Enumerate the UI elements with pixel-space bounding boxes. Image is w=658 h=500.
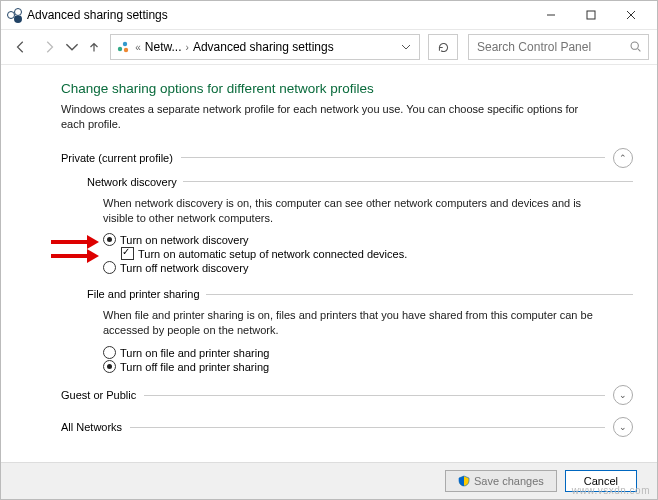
divider [181,157,605,158]
save-changes-button[interactable]: Save changes [445,470,557,492]
back-button[interactable] [9,35,33,59]
shield-icon [458,475,470,487]
checkbox-label: Turn on automatic setup of network conne… [138,248,407,260]
page-heading: Change sharing options for different net… [61,81,633,96]
window-buttons [531,2,651,28]
titlebar: Advanced sharing settings [1,1,657,30]
chevron-right-icon: « [133,42,143,53]
cancel-button[interactable]: Cancel [565,470,637,492]
radio-icon [103,346,116,359]
button-label: Save changes [474,475,544,487]
checkbox-auto-setup[interactable]: Turn on automatic setup of network conne… [121,247,633,260]
checkbox-icon [121,247,134,260]
section-title: All Networks [61,421,122,433]
page-intro: Windows creates a separate network profi… [61,102,601,132]
breadcrumb-item[interactable]: Advanced sharing settings [193,40,334,54]
subsection-title: Network discovery [87,176,177,188]
minimize-button[interactable] [531,2,571,28]
location-icon [115,39,131,55]
chevron-down-icon[interactable]: ⌄ [613,417,633,437]
chevron-right-icon: › [184,42,191,53]
chevron-down-icon[interactable]: ⌄ [613,385,633,405]
svg-line-8 [638,48,640,50]
radio-icon [103,261,116,274]
divider [206,294,633,295]
button-label: Cancel [584,475,618,487]
nav-bar: « Netw... › Advanced sharing settings [1,30,657,65]
svg-point-7 [631,42,638,49]
section-private: Private (current profile) ⌃ Network disc… [61,148,633,373]
radio-turn-off-discovery[interactable]: Turn off network discovery [103,261,633,274]
svg-point-6 [124,48,128,52]
radio-turn-off-fps[interactable]: Turn off file and printer sharing [103,360,633,373]
search-box[interactable] [468,34,649,60]
search-input[interactable] [475,39,629,55]
refresh-button[interactable] [428,34,458,60]
annotation-arrow-icon [49,233,99,247]
subsection-desc: When network discovery is on, this compu… [103,196,603,226]
radio-turn-on-discovery[interactable]: Turn on network discovery [103,233,633,246]
svg-marker-12 [87,249,99,263]
subsection-desc: When file and printer sharing is on, fil… [103,308,603,338]
subsection-title: File and printer sharing [87,288,200,300]
section-title: Guest or Public [61,389,136,401]
window-title: Advanced sharing settings [27,8,531,22]
radio-label: Turn off network discovery [120,262,248,274]
address-dropdown-button[interactable] [397,35,415,59]
breadcrumb-item[interactable]: Netw... [145,40,182,54]
radio-label: Turn off file and printer sharing [120,361,269,373]
search-icon[interactable] [629,40,642,55]
radio-label: Turn on file and printer sharing [120,347,269,359]
content-area: Change sharing options for different net… [1,65,657,462]
maximize-button[interactable] [571,2,611,28]
section-header[interactable]: Guest or Public ⌄ [61,385,633,405]
section-guest: Guest or Public ⌄ [61,385,633,405]
svg-point-4 [118,47,122,51]
subsection-file-printer-sharing: File and printer sharing When file and p… [87,288,633,373]
chevron-up-icon[interactable]: ⌃ [613,148,633,168]
up-button[interactable] [83,35,107,59]
radio-turn-on-fps[interactable]: Turn on file and printer sharing [103,346,633,359]
svg-point-5 [123,42,127,46]
svg-rect-1 [587,11,595,19]
forward-button[interactable] [37,35,61,59]
radio-icon [103,233,116,246]
close-button[interactable] [611,2,651,28]
divider [183,181,633,182]
section-header[interactable]: Private (current profile) ⌃ [61,148,633,168]
divider [130,427,605,428]
section-title: Private (current profile) [61,152,173,164]
divider [144,395,605,396]
section-header[interactable]: All Networks ⌄ [61,417,633,437]
app-icon [7,8,21,22]
window-frame: Advanced sharing settings « Netw... › Ad… [0,0,658,500]
svg-marker-10 [87,235,99,249]
radio-icon [103,360,116,373]
radio-label: Turn on network discovery [120,234,249,246]
footer-bar: Save changes Cancel [1,462,657,499]
annotation-arrow-icon [49,247,99,261]
address-bar[interactable]: « Netw... › Advanced sharing settings [110,34,420,60]
recent-button[interactable] [65,35,79,59]
section-all-networks: All Networks ⌄ [61,417,633,437]
subsection-network-discovery: Network discovery When network discovery… [87,176,633,275]
